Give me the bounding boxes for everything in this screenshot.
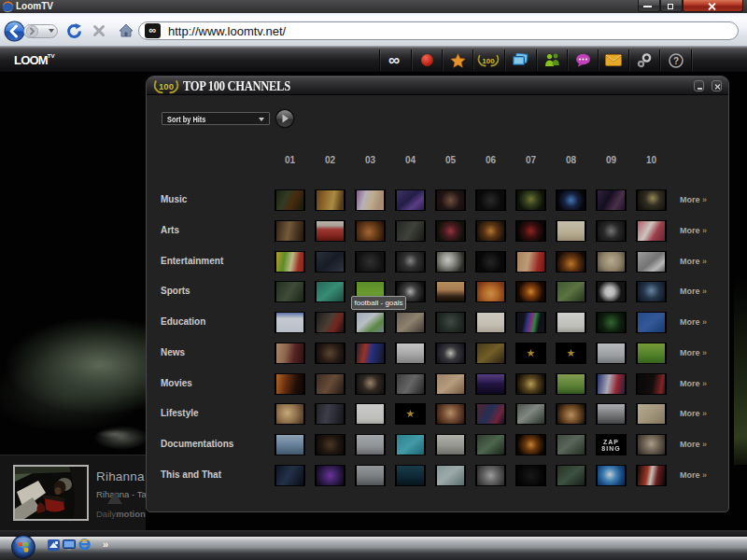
svg-text:100: 100 xyxy=(482,56,495,64)
svg-text:?: ? xyxy=(673,55,679,65)
svg-text:100: 100 xyxy=(159,81,174,91)
